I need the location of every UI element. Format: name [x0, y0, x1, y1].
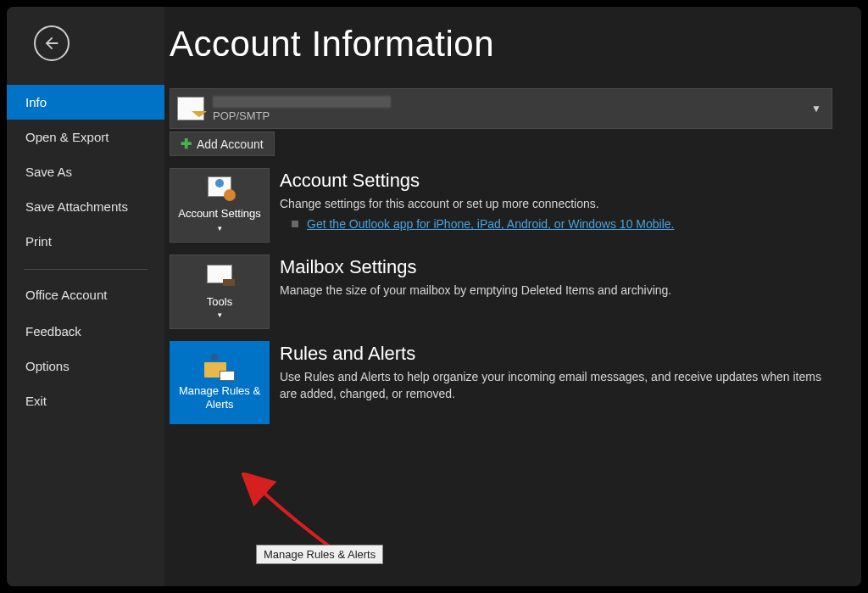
account-selector-dropdown[interactable]: POP/SMTP ▼	[170, 88, 832, 129]
account-settings-tile-label: Account Settings ▾	[175, 207, 264, 233]
section-account-settings: Account Settings ▾ Account Settings Chan…	[170, 168, 832, 243]
page-title: Account Information	[170, 24, 832, 64]
account-text: POP/SMTP	[213, 96, 391, 122]
back-button[interactable]	[34, 25, 70, 61]
caret-down-icon: ▾	[218, 224, 222, 232]
file-backstage-window: Info Open & Export Save As Save Attachme…	[7, 7, 861, 586]
manage-rules-tile-label: Manage Rules & Alerts	[175, 384, 264, 411]
account-settings-icon	[204, 176, 235, 204]
rules-alerts-desc: Use Rules and Alerts to help organize yo…	[280, 368, 832, 403]
back-arrow-icon	[42, 34, 61, 53]
section-rules-alerts: Manage Rules & Alerts Rules and Alerts U…	[170, 341, 832, 424]
add-account-label: Add Account	[197, 137, 264, 151]
sidebar-item-print[interactable]: Print	[7, 224, 164, 259]
sidebar: Info Open & Export Save As Save Attachme…	[7, 7, 164, 586]
outlook-app-link[interactable]: Get the Outlook app for iPhone, iPad, An…	[307, 217, 674, 231]
plus-icon: ✚	[181, 136, 192, 152]
tools-tile-label: Tools	[207, 295, 232, 309]
sidebar-divider	[24, 269, 147, 270]
manage-rules-icon	[204, 354, 235, 381]
sidebar-item-save-attachments[interactable]: Save Attachments	[7, 189, 164, 224]
rules-alerts-title: Rules and Alerts	[280, 343, 832, 365]
sidebar-item-save-as[interactable]: Save As	[7, 154, 164, 189]
add-account-button[interactable]: ✚ Add Account	[170, 131, 275, 156]
sidebar-item-office-account[interactable]: Office Account	[7, 277, 164, 314]
account-settings-tile[interactable]: Account Settings ▾	[170, 168, 270, 243]
account-settings-desc: Change settings for this account or set …	[280, 195, 832, 212]
chevron-down-icon: ▼	[811, 103, 821, 115]
sidebar-item-feedback[interactable]: Feedback	[7, 314, 164, 349]
account-email-redacted	[213, 96, 391, 108]
account-type-label: POP/SMTP	[213, 109, 391, 122]
manage-rules-alerts-tile[interactable]: Manage Rules & Alerts	[170, 341, 270, 424]
tooltip: Manage Rules & Alerts	[256, 545, 383, 564]
sidebar-item-exit[interactable]: Exit	[7, 383, 164, 418]
mailbox-settings-desc: Manage the size of your mailbox by empty…	[280, 282, 832, 299]
section-mailbox-settings: Tools ▾ Mailbox Settings Manage the size…	[170, 255, 832, 329]
sidebar-item-info[interactable]: Info	[7, 85, 164, 120]
account-settings-title: Account Settings	[280, 170, 832, 192]
tools-tile[interactable]: Tools ▾	[170, 255, 270, 329]
mail-icon	[177, 97, 204, 120]
sidebar-item-options[interactable]: Options	[7, 349, 164, 383]
main-content: Account Information POP/SMTP ▼ ✚ Add Acc…	[164, 7, 861, 586]
sidebar-item-open-export[interactable]: Open & Export	[7, 120, 164, 154]
mailbox-settings-title: Mailbox Settings	[280, 256, 832, 278]
caret-down-icon: ▾	[218, 310, 222, 319]
tools-icon	[204, 265, 235, 292]
link-bullet-icon	[292, 221, 298, 227]
